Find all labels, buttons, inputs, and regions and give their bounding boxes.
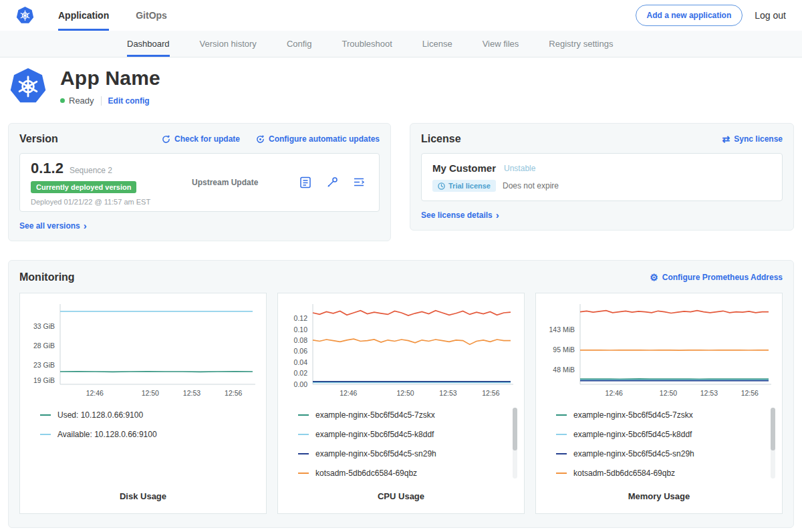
legend-dash-icon bbox=[556, 414, 567, 416]
current-version-box: 0.1.2 Sequence 2 Currently deployed vers… bbox=[19, 153, 380, 212]
svg-text:0.06: 0.06 bbox=[294, 347, 308, 355]
svg-text:12:50: 12:50 bbox=[142, 389, 159, 397]
trial-license-label: Trial license bbox=[448, 182, 491, 190]
subnav-tab-version-history[interactable]: Version history bbox=[200, 31, 257, 57]
svg-text:12:56: 12:56 bbox=[225, 389, 242, 397]
legend-item: example-nginx-5bc6f5d4c5-k8ddf bbox=[298, 425, 516, 444]
memory-usage-panel: 143 MiB95 MiB48 MiB12:4612:5012:5312:56 … bbox=[535, 293, 783, 514]
topnav-right: Add a new application Log out bbox=[636, 0, 786, 31]
chart-line bbox=[313, 339, 511, 344]
version-number: 0.1.2 bbox=[31, 160, 63, 177]
see-all-versions-label: See all versions bbox=[19, 221, 80, 231]
legend-label: Used: 10.128.0.66:9100 bbox=[57, 410, 143, 420]
topnav-tab-application[interactable]: Application bbox=[58, 0, 109, 31]
chart-legend: Used: 10.128.0.66:9100Available: 10.128.… bbox=[40, 406, 258, 485]
see-license-details-label: See license details bbox=[421, 211, 493, 220]
svg-text:143 MiB: 143 MiB bbox=[549, 325, 575, 334]
check-for-update-label: Check for update bbox=[174, 134, 240, 144]
svg-text:48 MiB: 48 MiB bbox=[553, 366, 575, 374]
legend-item: example-nginx-5bc6f5d4c5-k8ddf bbox=[556, 425, 774, 444]
cards-row: Version Check for update Configure autom… bbox=[0, 123, 802, 241]
svg-text:19 GiB: 19 GiB bbox=[33, 376, 55, 384]
svg-text:12:56: 12:56 bbox=[482, 389, 499, 397]
chevron-right-icon: › bbox=[496, 210, 499, 220]
cpu-usage-panel: 0.120.100.080.060.040.020.0012:4612:5012… bbox=[277, 293, 525, 514]
refresh-icon bbox=[162, 135, 170, 144]
deployed-timestamp: Deployed 01/21/22 @ 11:57 am EST bbox=[31, 198, 168, 206]
logout-button[interactable]: Log out bbox=[755, 10, 786, 21]
topnav-tabs: ApplicationGitOps bbox=[58, 0, 194, 31]
chart-title: CPU Usage bbox=[278, 491, 524, 501]
svg-text:0.04: 0.04 bbox=[294, 358, 308, 366]
svg-text:12:56: 12:56 bbox=[741, 389, 759, 397]
svg-text:28 GiB: 28 GiB bbox=[33, 342, 55, 350]
subnav-tab-config[interactable]: Config bbox=[287, 31, 312, 57]
svg-text:12:46: 12:46 bbox=[606, 389, 623, 397]
legend-dash-icon bbox=[40, 414, 51, 416]
legend-dash-icon bbox=[298, 414, 309, 416]
license-card: License ⇄ Sync license My Customer Unsta… bbox=[410, 123, 794, 231]
monitoring-card: Monitoring ⚙ Configure Prometheus Addres… bbox=[8, 260, 794, 528]
legend-scrollbar[interactable] bbox=[513, 408, 517, 479]
edit-config-link[interactable]: Edit config bbox=[108, 96, 150, 106]
kubernetes-logo-icon[interactable] bbox=[16, 6, 34, 25]
subnav-tab-registry-settings[interactable]: Registry settings bbox=[549, 31, 613, 57]
version-card-footer: See all versions › bbox=[19, 220, 380, 231]
check-for-update-link[interactable]: Check for update bbox=[162, 134, 240, 144]
release-notes-icon[interactable] bbox=[299, 176, 312, 189]
svg-text:12:50: 12:50 bbox=[660, 389, 677, 397]
version-sequence: Sequence 2 bbox=[70, 166, 112, 175]
subnav-tab-dashboard[interactable]: Dashboard bbox=[127, 31, 170, 57]
legend-label: kotsadm-5db6dc6584-69qbz bbox=[573, 469, 675, 478]
add-new-application-button[interactable]: Add a new application bbox=[636, 5, 743, 26]
subnav-tab-license[interactable]: License bbox=[422, 31, 452, 57]
svg-text:12:46: 12:46 bbox=[340, 389, 357, 397]
legend-label: kotsadm-5db6dc6584-69qbz bbox=[315, 469, 417, 478]
see-all-versions-link[interactable]: See all versions › bbox=[19, 221, 87, 231]
subnav-tab-view-files[interactable]: View files bbox=[483, 31, 519, 57]
svg-text:0.10: 0.10 bbox=[294, 325, 308, 333]
scrollbar-thumb[interactable] bbox=[771, 408, 775, 450]
charts-row: 33 GiB28 GiB23 GiB19 GiB12:4612:5012:531… bbox=[19, 293, 783, 514]
configure-automatic-updates-label: Configure automatic updates bbox=[269, 134, 380, 144]
legend-item: kotsadm-5db6dc6584-69qbz bbox=[556, 464, 774, 483]
svg-text:12:50: 12:50 bbox=[396, 389, 414, 397]
currently-deployed-badge: Currently deployed version bbox=[31, 181, 136, 193]
svg-text:12:46: 12:46 bbox=[86, 389, 104, 397]
app-subnav: DashboardVersion historyConfigTroublesho… bbox=[0, 31, 802, 57]
cpu-usage-chart: 0.120.100.080.060.040.020.0012:4612:5012… bbox=[282, 300, 520, 402]
license-info-box: My Customer Unstable Trial license Does … bbox=[421, 153, 783, 201]
page-title: App Name bbox=[60, 67, 160, 90]
memory-usage-chart: 143 MiB95 MiB48 MiB12:4612:5012:5312:56 bbox=[540, 300, 778, 402]
chart-line bbox=[60, 371, 253, 372]
deploy-logs-icon[interactable] bbox=[352, 176, 366, 189]
configure-prometheus-link[interactable]: ⚙ Configure Prometheus Address bbox=[650, 273, 783, 282]
chart-legend: example-nginx-5bc6f5d4c5-7zskxexample-ng… bbox=[298, 406, 516, 485]
legend-label: example-nginx-5bc6f5d4c5-k8ddf bbox=[573, 430, 692, 439]
legend-label: example-nginx-5bc6f5d4c5-sn29h bbox=[573, 449, 694, 458]
license-channel: Unstable bbox=[504, 164, 535, 173]
configure-prometheus-label: Configure Prometheus Address bbox=[662, 273, 783, 282]
topnav-tab-gitops[interactable]: GitOps bbox=[136, 0, 167, 31]
gear-icon: ⚙ bbox=[650, 273, 658, 282]
subnav-tab-troubleshoot[interactable]: Troubleshoot bbox=[342, 31, 392, 57]
legend-scrollbar[interactable] bbox=[771, 408, 775, 479]
scrollbar-thumb[interactable] bbox=[513, 408, 517, 450]
legend-item: example-nginx-5bc6f5d4c5-sn29h bbox=[298, 444, 516, 464]
svg-text:23 GiB: 23 GiB bbox=[33, 360, 55, 368]
version-card-title: Version bbox=[19, 133, 58, 145]
app-header: App Name Ready Edit config bbox=[0, 57, 802, 116]
svg-text:0.00: 0.00 bbox=[294, 380, 308, 388]
chart-title: Disk Usage bbox=[20, 491, 266, 501]
legend-label: example-nginx-5bc6f5d4c5-k8ddf bbox=[315, 430, 434, 439]
sync-license-link[interactable]: ⇄ Sync license bbox=[722, 134, 783, 144]
version-card-header: Version Check for update Configure autom… bbox=[19, 133, 380, 145]
preflight-checks-icon[interactable] bbox=[325, 176, 339, 189]
configure-automatic-updates-link[interactable]: Configure automatic updates bbox=[256, 134, 380, 144]
legend-item: example-nginx-5bc6f5d4c5-7zskx bbox=[556, 406, 774, 425]
legend-dash-icon bbox=[40, 434, 51, 435]
legend-dash-icon bbox=[298, 434, 309, 435]
divider bbox=[101, 96, 102, 106]
see-license-details-link[interactable]: See license details › bbox=[421, 211, 499, 221]
legend-item: example-nginx-5bc6f5d4c5-7zskx bbox=[298, 406, 516, 425]
